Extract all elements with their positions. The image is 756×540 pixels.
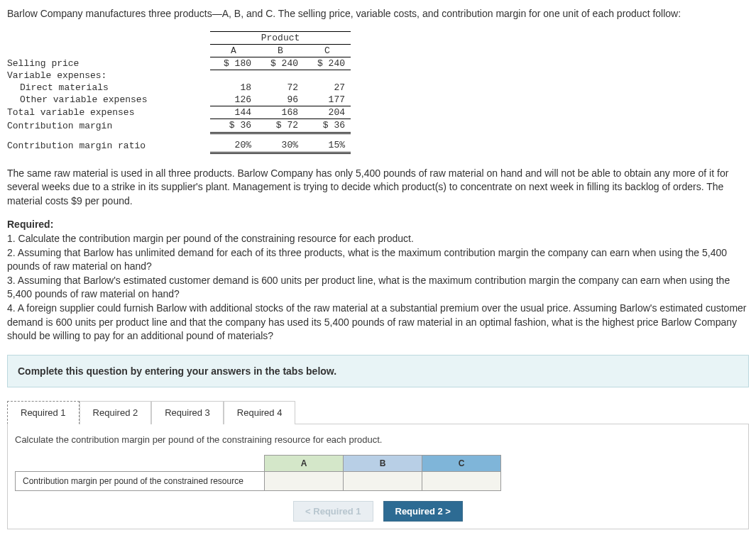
direct-materials-c: 27 xyxy=(304,82,351,94)
tab-required-3[interactable]: Required 3 xyxy=(151,401,224,424)
chevron-left-icon: < xyxy=(305,506,311,517)
tab-required-2[interactable]: Required 2 xyxy=(80,401,152,424)
other-var-c: 177 xyxy=(304,94,351,106)
total-var-b: 168 xyxy=(257,106,304,119)
answer-prompt-box: Complete this question by entering your … xyxy=(7,355,749,387)
prev-button: < Required 1 xyxy=(293,501,373,522)
problem-intro: Barlow Company manufactures three produc… xyxy=(7,7,749,21)
col-a-header: A xyxy=(210,44,257,57)
calc-row-label: Contribution margin per pound of the con… xyxy=(16,471,265,490)
calc-col-a: A xyxy=(265,455,344,471)
selling-price-c: $ 240 xyxy=(304,57,351,70)
calc-input-a[interactable] xyxy=(265,471,344,490)
row-contrib-ratio-label: Contribution margin ratio xyxy=(7,139,210,153)
calc-col-c: C xyxy=(422,455,501,471)
selling-price-a: $ 180 xyxy=(210,57,257,70)
next-button-label: Required 2 xyxy=(395,506,443,517)
prev-button-label: Required 1 xyxy=(313,506,361,517)
required-item-3: 3. Assuming that Barlow's estimated cust… xyxy=(7,275,730,300)
required-item-1: 1. Calculate the contribution margin per… xyxy=(7,233,414,244)
required-block: Required: 1. Calculate the contribution … xyxy=(7,218,749,343)
col-c-header: C xyxy=(304,44,351,57)
other-var-a: 126 xyxy=(210,94,257,106)
total-var-a: 144 xyxy=(210,106,257,119)
contrib-margin-c: $ 36 xyxy=(304,119,351,133)
tabs-bar: Required 1 Required 2 Required 3 Require… xyxy=(7,400,749,424)
chevron-right-icon: > xyxy=(445,506,451,517)
answer-prompt-text: Complete this question by entering your … xyxy=(18,365,336,377)
contrib-ratio-b: 30% xyxy=(257,139,304,153)
selling-price-b: $ 240 xyxy=(257,57,304,70)
tab-instruction: Calculate the contribution margin per po… xyxy=(15,434,741,445)
required-heading: Required: xyxy=(7,219,53,230)
narrative-text: The same raw material is used in all thr… xyxy=(7,167,749,209)
total-var-c: 204 xyxy=(304,106,351,119)
contrib-ratio-a: 20% xyxy=(210,139,257,153)
contrib-margin-a: $ 36 xyxy=(210,119,257,133)
product-table: Product A B C Selling price $ 180 $ 240 … xyxy=(7,31,749,154)
calc-input-c[interactable] xyxy=(422,471,501,490)
required-item-4: 4. A foreign supplier could furnish Barl… xyxy=(7,302,747,341)
product-header: Product xyxy=(210,31,351,44)
contrib-margin-b: $ 72 xyxy=(257,119,304,133)
contrib-ratio-c: 15% xyxy=(304,139,351,153)
required-item-2: 2. Assuming that Barlow has unlimited de… xyxy=(7,247,727,272)
row-direct-materials-label: Direct materials xyxy=(7,82,210,94)
direct-materials-b: 72 xyxy=(257,82,304,94)
nav-buttons: < Required 1 Required 2 > xyxy=(15,501,741,522)
direct-materials-a: 18 xyxy=(210,82,257,94)
row-variable-expenses-header: Variable expenses: xyxy=(7,70,210,82)
calc-input-b[interactable] xyxy=(344,471,422,490)
calc-col-b: B xyxy=(344,455,422,471)
row-selling-price-label: Selling price xyxy=(7,57,210,70)
tab-required-1[interactable]: Required 1 xyxy=(7,401,80,424)
row-other-var-label: Other variable expenses xyxy=(7,94,210,106)
calc-table: A B C Contribution margin per pound of t… xyxy=(15,455,501,491)
row-contrib-margin-label: Contribution margin xyxy=(7,119,210,133)
row-total-var-label: Total variable expenses xyxy=(7,106,210,119)
other-var-b: 96 xyxy=(257,94,304,106)
next-button[interactable]: Required 2 > xyxy=(383,501,463,522)
tab-content: Calculate the contribution margin per po… xyxy=(7,424,749,529)
col-b-header: B xyxy=(257,44,304,57)
tab-required-4[interactable]: Required 4 xyxy=(224,401,296,424)
